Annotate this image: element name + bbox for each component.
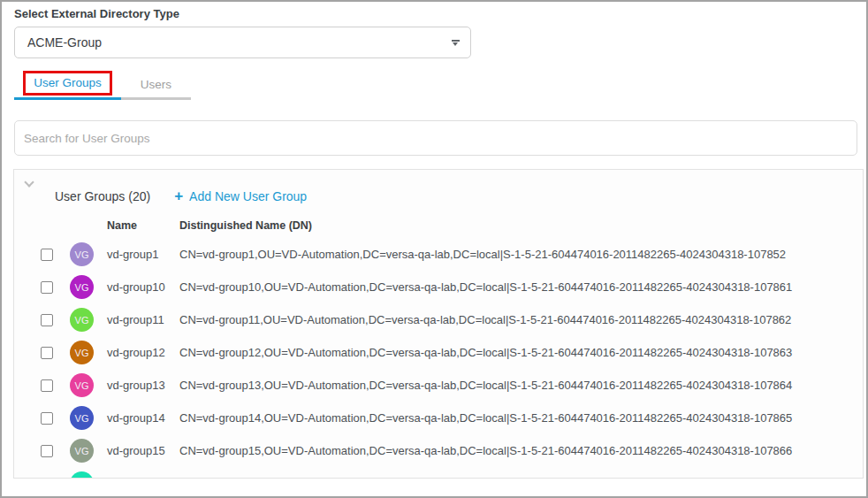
dropdown-caret-icon bbox=[452, 40, 460, 47]
page: Select External Directory Type ACME-Grou… bbox=[0, 0, 868, 498]
table-row: VG vd-group12 CN=vd-group12,OU=VD-Automa… bbox=[14, 336, 863, 369]
group-avatar: VG bbox=[70, 275, 94, 299]
row-checkbox[interactable] bbox=[41, 347, 53, 359]
table-row: VG vd-group13 CN=vd-group13,OU=VD-Automa… bbox=[14, 369, 863, 402]
row-checkbox[interactable] bbox=[41, 314, 53, 326]
column-header-dn: Distinguished Name (DN) bbox=[179, 219, 312, 231]
table-column-headers: Name Distinguished Name (DN) bbox=[107, 219, 863, 231]
group-avatar: VG bbox=[70, 308, 94, 332]
row-checkbox[interactable] bbox=[41, 412, 53, 425]
group-dn: CN=vd-group16,OU=VD-Automation,DC=versa-… bbox=[179, 477, 792, 479]
group-avatar: VG bbox=[70, 341, 94, 364]
group-avatar: VG bbox=[70, 471, 94, 479]
add-new-user-group-label: Add New User Group bbox=[189, 189, 307, 203]
table-row: VG vd-group15 CN=vd-group15,OU=VD-Automa… bbox=[14, 434, 863, 467]
group-name: vd-group1 bbox=[107, 248, 179, 261]
group-name: vd-group11 bbox=[107, 313, 179, 326]
row-checkbox[interactable] bbox=[41, 445, 53, 457]
tab-users-label: Users bbox=[141, 78, 171, 91]
panel-header: User Groups (20) + Add New User Group bbox=[55, 188, 863, 203]
column-header-name: Name bbox=[107, 219, 179, 231]
group-avatar-initials: VG bbox=[75, 249, 89, 260]
selected-directory-value: ACME-Group bbox=[27, 35, 102, 50]
group-avatar: VG bbox=[70, 439, 94, 463]
group-avatar-initials: VG bbox=[75, 282, 89, 293]
tab-users[interactable]: Users bbox=[121, 71, 191, 100]
row-checkbox[interactable] bbox=[41, 281, 53, 294]
group-avatar-initials: VG bbox=[75, 413, 89, 424]
group-dn: CN=vd-group15,OU=VD-Automation,DC=versa-… bbox=[179, 444, 792, 457]
group-avatar: VG bbox=[70, 242, 94, 266]
group-name: vd-group16 bbox=[107, 477, 179, 479]
group-avatar: VG bbox=[70, 406, 94, 430]
highlight-annotation-box: User Groups bbox=[23, 71, 112, 96]
group-dn: CN=vd-group14,OU=VD-Automation,DC=versa-… bbox=[179, 411, 792, 425]
tab-bar: User Groups Users bbox=[14, 71, 866, 100]
add-new-user-group-button[interactable]: + Add New User Group bbox=[174, 189, 307, 203]
user-groups-panel: User Groups (20) + Add New User Group Na… bbox=[13, 169, 864, 479]
group-avatar-initials: VG bbox=[75, 479, 89, 479]
group-name: vd-group10 bbox=[107, 280, 179, 294]
group-avatar-initials: VG bbox=[75, 446, 89, 456]
group-avatar-initials: VG bbox=[75, 380, 89, 391]
group-dn: CN=vd-group1,OU=VD-Automation,DC=versa-q… bbox=[179, 248, 786, 261]
tab-user-groups-label: User Groups bbox=[34, 76, 102, 89]
plus-icon: + bbox=[174, 190, 183, 203]
row-checkbox[interactable] bbox=[41, 249, 53, 261]
group-avatar-initials: VG bbox=[75, 348, 89, 358]
group-dn: CN=vd-group13,OU=VD-Automation,DC=versa-… bbox=[179, 379, 792, 392]
table-row: VG vd-group14 CN=vd-group14,OU=VD-Automa… bbox=[14, 402, 863, 434]
group-dn: CN=vd-group12,OU=VD-Automation,DC=versa-… bbox=[179, 346, 792, 359]
search-user-groups-input[interactable] bbox=[14, 120, 857, 156]
group-dn: CN=vd-group10,OU=VD-Automation,DC=versa-… bbox=[179, 280, 792, 294]
user-groups-table: VG vd-group1 CN=vd-group1,OU=VD-Automati… bbox=[14, 238, 863, 479]
external-directory-type-label: Select External Directory Type bbox=[14, 7, 866, 20]
group-avatar: VG bbox=[70, 373, 94, 397]
row-checkbox[interactable] bbox=[41, 379, 53, 392]
external-directory-type-select[interactable]: ACME-Group bbox=[14, 27, 471, 58]
user-groups-count-title: User Groups (20) bbox=[55, 189, 150, 203]
group-name: vd-group12 bbox=[107, 346, 179, 359]
table-row: VG vd-group16 CN=vd-group16,OU=VD-Automa… bbox=[14, 467, 863, 479]
group-dn: CN=vd-group11,OU=VD-Automation,DC=versa-… bbox=[179, 313, 791, 326]
collapse-chevron-icon[interactable] bbox=[24, 177, 34, 187]
table-row: VG vd-group10 CN=vd-group10,OU=VD-Automa… bbox=[14, 271, 863, 303]
tab-user-groups[interactable]: User Groups bbox=[14, 71, 121, 100]
group-name: vd-group14 bbox=[107, 411, 179, 425]
row-checkbox[interactable] bbox=[41, 478, 53, 479]
group-name: vd-group15 bbox=[107, 444, 179, 457]
group-avatar-initials: VG bbox=[75, 315, 89, 326]
group-name: vd-group13 bbox=[107, 379, 179, 392]
table-row: VG vd-group1 CN=vd-group1,OU=VD-Automati… bbox=[14, 238, 863, 271]
table-row: VG vd-group11 CN=vd-group11,OU=VD-Automa… bbox=[14, 303, 863, 336]
